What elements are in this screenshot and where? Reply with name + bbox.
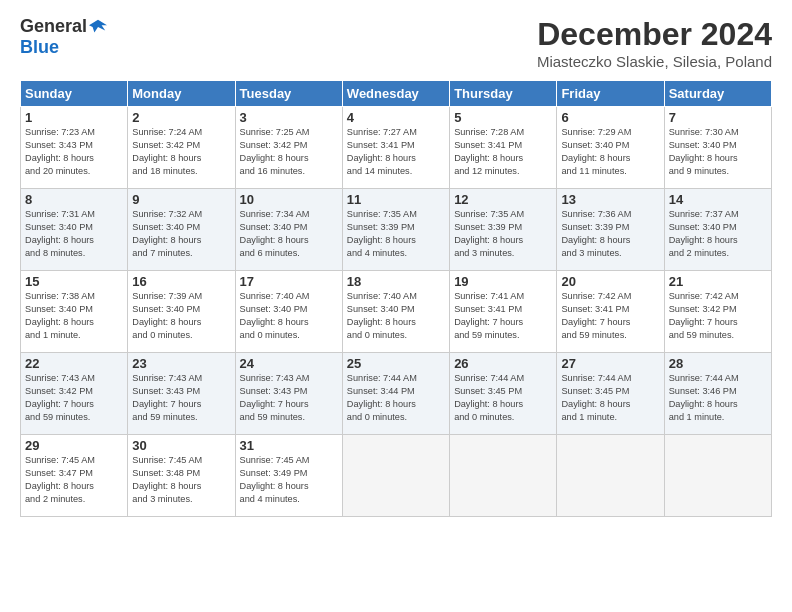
day-number: 5 (454, 110, 552, 125)
day-number: 20 (561, 274, 659, 289)
day-info: Sunrise: 7:27 AM Sunset: 3:41 PM Dayligh… (347, 126, 445, 178)
calendar-week-row: 8Sunrise: 7:31 AM Sunset: 3:40 PM Daylig… (21, 189, 772, 271)
day-info: Sunrise: 7:31 AM Sunset: 3:40 PM Dayligh… (25, 208, 123, 260)
day-number: 31 (240, 438, 338, 453)
calendar-cell: 19Sunrise: 7:41 AM Sunset: 3:41 PM Dayli… (450, 271, 557, 353)
day-info: Sunrise: 7:43 AM Sunset: 3:43 PM Dayligh… (132, 372, 230, 424)
header-sunday: Sunday (21, 81, 128, 107)
day-number: 23 (132, 356, 230, 371)
title-section: December 2024 Miasteczko Slaskie, Silesi… (537, 16, 772, 70)
day-info: Sunrise: 7:45 AM Sunset: 3:47 PM Dayligh… (25, 454, 123, 506)
day-info: Sunrise: 7:45 AM Sunset: 3:49 PM Dayligh… (240, 454, 338, 506)
day-number: 25 (347, 356, 445, 371)
day-info: Sunrise: 7:44 AM Sunset: 3:45 PM Dayligh… (561, 372, 659, 424)
day-number: 22 (25, 356, 123, 371)
calendar-week-row: 1Sunrise: 7:23 AM Sunset: 3:43 PM Daylig… (21, 107, 772, 189)
calendar-cell: 8Sunrise: 7:31 AM Sunset: 3:40 PM Daylig… (21, 189, 128, 271)
calendar-cell: 10Sunrise: 7:34 AM Sunset: 3:40 PM Dayli… (235, 189, 342, 271)
calendar-cell (450, 435, 557, 517)
day-info: Sunrise: 7:38 AM Sunset: 3:40 PM Dayligh… (25, 290, 123, 342)
calendar-cell: 17Sunrise: 7:40 AM Sunset: 3:40 PM Dayli… (235, 271, 342, 353)
day-info: Sunrise: 7:35 AM Sunset: 3:39 PM Dayligh… (347, 208, 445, 260)
calendar-cell (342, 435, 449, 517)
svg-marker-0 (89, 19, 107, 32)
calendar-cell: 27Sunrise: 7:44 AM Sunset: 3:45 PM Dayli… (557, 353, 664, 435)
calendar-cell: 6Sunrise: 7:29 AM Sunset: 3:40 PM Daylig… (557, 107, 664, 189)
day-info: Sunrise: 7:28 AM Sunset: 3:41 PM Dayligh… (454, 126, 552, 178)
calendar-cell: 11Sunrise: 7:35 AM Sunset: 3:39 PM Dayli… (342, 189, 449, 271)
day-info: Sunrise: 7:44 AM Sunset: 3:46 PM Dayligh… (669, 372, 767, 424)
day-info: Sunrise: 7:44 AM Sunset: 3:45 PM Dayligh… (454, 372, 552, 424)
day-info: Sunrise: 7:29 AM Sunset: 3:40 PM Dayligh… (561, 126, 659, 178)
month-title: December 2024 (537, 16, 772, 53)
day-number: 9 (132, 192, 230, 207)
day-info: Sunrise: 7:30 AM Sunset: 3:40 PM Dayligh… (669, 126, 767, 178)
calendar-cell: 18Sunrise: 7:40 AM Sunset: 3:40 PM Dayli… (342, 271, 449, 353)
calendar-cell: 25Sunrise: 7:44 AM Sunset: 3:44 PM Dayli… (342, 353, 449, 435)
day-info: Sunrise: 7:45 AM Sunset: 3:48 PM Dayligh… (132, 454, 230, 506)
calendar-cell: 22Sunrise: 7:43 AM Sunset: 3:42 PM Dayli… (21, 353, 128, 435)
day-info: Sunrise: 7:43 AM Sunset: 3:42 PM Dayligh… (25, 372, 123, 424)
calendar-cell: 23Sunrise: 7:43 AM Sunset: 3:43 PM Dayli… (128, 353, 235, 435)
calendar-cell: 30Sunrise: 7:45 AM Sunset: 3:48 PM Dayli… (128, 435, 235, 517)
header: General Blue December 2024 Miasteczko Sl… (20, 16, 772, 70)
header-monday: Monday (128, 81, 235, 107)
day-number: 21 (669, 274, 767, 289)
day-number: 11 (347, 192, 445, 207)
day-number: 2 (132, 110, 230, 125)
calendar-cell: 31Sunrise: 7:45 AM Sunset: 3:49 PM Dayli… (235, 435, 342, 517)
day-number: 17 (240, 274, 338, 289)
logo-bird-icon (89, 18, 107, 36)
day-number: 27 (561, 356, 659, 371)
day-info: Sunrise: 7:39 AM Sunset: 3:40 PM Dayligh… (132, 290, 230, 342)
day-number: 26 (454, 356, 552, 371)
day-number: 18 (347, 274, 445, 289)
day-info: Sunrise: 7:40 AM Sunset: 3:40 PM Dayligh… (240, 290, 338, 342)
calendar-cell: 26Sunrise: 7:44 AM Sunset: 3:45 PM Dayli… (450, 353, 557, 435)
day-number: 12 (454, 192, 552, 207)
logo-blue-text: Blue (20, 37, 59, 58)
day-info: Sunrise: 7:36 AM Sunset: 3:39 PM Dayligh… (561, 208, 659, 260)
calendar-cell: 21Sunrise: 7:42 AM Sunset: 3:42 PM Dayli… (664, 271, 771, 353)
day-number: 13 (561, 192, 659, 207)
day-number: 8 (25, 192, 123, 207)
calendar-week-row: 22Sunrise: 7:43 AM Sunset: 3:42 PM Dayli… (21, 353, 772, 435)
day-number: 1 (25, 110, 123, 125)
header-saturday: Saturday (664, 81, 771, 107)
day-info: Sunrise: 7:32 AM Sunset: 3:40 PM Dayligh… (132, 208, 230, 260)
calendar-cell: 20Sunrise: 7:42 AM Sunset: 3:41 PM Dayli… (557, 271, 664, 353)
day-info: Sunrise: 7:23 AM Sunset: 3:43 PM Dayligh… (25, 126, 123, 178)
calendar-table: Sunday Monday Tuesday Wednesday Thursday… (20, 80, 772, 517)
location-subtitle: Miasteczko Slaskie, Silesia, Poland (537, 53, 772, 70)
day-info: Sunrise: 7:25 AM Sunset: 3:42 PM Dayligh… (240, 126, 338, 178)
page: General Blue December 2024 Miasteczko Sl… (0, 0, 792, 612)
calendar-cell: 29Sunrise: 7:45 AM Sunset: 3:47 PM Dayli… (21, 435, 128, 517)
logo-general-text: General (20, 16, 87, 37)
calendar-cell: 9Sunrise: 7:32 AM Sunset: 3:40 PM Daylig… (128, 189, 235, 271)
day-number: 7 (669, 110, 767, 125)
day-number: 24 (240, 356, 338, 371)
day-number: 6 (561, 110, 659, 125)
calendar-cell: 4Sunrise: 7:27 AM Sunset: 3:41 PM Daylig… (342, 107, 449, 189)
calendar-week-row: 29Sunrise: 7:45 AM Sunset: 3:47 PM Dayli… (21, 435, 772, 517)
day-number: 15 (25, 274, 123, 289)
calendar-cell: 7Sunrise: 7:30 AM Sunset: 3:40 PM Daylig… (664, 107, 771, 189)
day-info: Sunrise: 7:24 AM Sunset: 3:42 PM Dayligh… (132, 126, 230, 178)
day-info: Sunrise: 7:42 AM Sunset: 3:41 PM Dayligh… (561, 290, 659, 342)
day-number: 3 (240, 110, 338, 125)
header-wednesday: Wednesday (342, 81, 449, 107)
calendar-header-row: Sunday Monday Tuesday Wednesday Thursday… (21, 81, 772, 107)
day-number: 30 (132, 438, 230, 453)
day-number: 28 (669, 356, 767, 371)
calendar-week-row: 15Sunrise: 7:38 AM Sunset: 3:40 PM Dayli… (21, 271, 772, 353)
calendar-cell (664, 435, 771, 517)
logo: General Blue (20, 16, 107, 58)
calendar-cell: 3Sunrise: 7:25 AM Sunset: 3:42 PM Daylig… (235, 107, 342, 189)
day-info: Sunrise: 7:34 AM Sunset: 3:40 PM Dayligh… (240, 208, 338, 260)
day-number: 29 (25, 438, 123, 453)
day-info: Sunrise: 7:42 AM Sunset: 3:42 PM Dayligh… (669, 290, 767, 342)
calendar-cell: 16Sunrise: 7:39 AM Sunset: 3:40 PM Dayli… (128, 271, 235, 353)
calendar-cell (557, 435, 664, 517)
calendar-cell: 24Sunrise: 7:43 AM Sunset: 3:43 PM Dayli… (235, 353, 342, 435)
calendar-cell: 13Sunrise: 7:36 AM Sunset: 3:39 PM Dayli… (557, 189, 664, 271)
